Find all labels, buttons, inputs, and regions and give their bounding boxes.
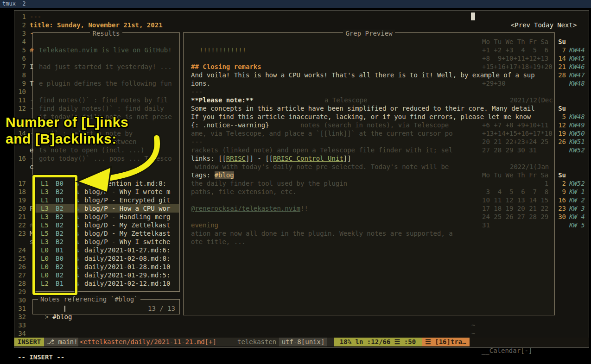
- text-span: #: [30, 46, 33, 54]
- text-line: ---: [191, 88, 203, 96]
- results-counter: 13 / 13: [148, 304, 175, 313]
- line-number: 25: [14, 254, 26, 263]
- calendar-date[interactable]: 19: [555, 129, 566, 138]
- text-span: title: Sunday, November 21st, 2021: [30, 21, 163, 29]
- prompt-window-title: Notes referencing `#blog`: [38, 295, 140, 303]
- line-number: 3: [14, 29, 26, 38]
- line-number: 4: [14, 38, 26, 46]
- calendar-statusline: __Calendar[-]: [470, 338, 589, 346]
- text-line: telekasten.nvim is live on GitHub!: [39, 46, 172, 54]
- calendar-date[interactable]: 26: [555, 138, 566, 146]
- text-line: ions.: [191, 79, 210, 88]
- text-span: the daily finder tool used by the plugin: [191, 180, 347, 187]
- calendar-sunday-header: Su: [555, 38, 566, 46]
- text-line: the daily finder tool used by the plugin: [191, 179, 347, 188]
- text-span: ions.: [191, 80, 210, 87]
- text-line: T: [30, 79, 33, 88]
- text-span: ]] - [[: [246, 155, 273, 162]
- calendar-week-label: KW51: [569, 138, 585, 146]
- text-span: e: [30, 146, 33, 154]
- line-number: 17: [14, 179, 26, 188]
- calendar-week-label: KW 2: [569, 196, 585, 204]
- text-line: ote title, ...: [191, 238, 246, 246]
- text-span: Some concepts in this article have been …: [191, 105, 535, 112]
- calendar-date[interactable]: 9: [555, 188, 566, 196]
- text-span: I: [30, 63, 33, 70]
- calendar-week-label: KW50: [569, 129, 585, 138]
- calendar-date[interactable]: 23: [555, 204, 566, 213]
- text-line: e plugin defines the following fun: [39, 79, 172, 88]
- calendar-date[interactable]: 14: [555, 54, 566, 63]
- text-line: c: [30, 163, 33, 171]
- calendar-date[interactable]: 5: [555, 113, 566, 121]
- grep-preview-window-title: Grep Preview: [343, 30, 394, 38]
- results-item-text: daily/2021-01-28.md:10: [84, 263, 170, 271]
- text-span: -: [30, 155, 33, 162]
- calendar-dim-dates: +6 +7 +8 +9+10+11: [482, 121, 548, 129]
- text-line: notes (search in notes), via Telescope: [300, 121, 449, 129]
- text-span: If you find this article inaccurate, lac…: [191, 113, 531, 120]
- calendar-date[interactable]: 16: [555, 196, 566, 204]
- text-line: **Please note:**: [191, 96, 254, 104]
- calendar-date[interactable]: 7: [555, 46, 566, 54]
- calendar-week-label: KW48: [569, 79, 585, 88]
- text-span: notes (search in notes), via Telescope: [300, 121, 449, 129]
- calendar-dim-dates: 1: [482, 179, 548, 188]
- calendar-next-button[interactable]: Next>: [557, 21, 577, 29]
- calendar-week-label: KW 5: [569, 221, 585, 229]
- results-window-title: Results: [90, 30, 122, 38]
- calendar-sunday-header: Su: [555, 171, 566, 179]
- text-span: -: [30, 96, 33, 104]
- titlebar: tmux -2: [0, 0, 591, 8]
- calendar-dim-dates: +15+16+17+18+19+20: [482, 63, 553, 71]
- text-line: If you find this article inaccurate, lac…: [191, 113, 531, 121]
- calendar-date[interactable]: 28: [555, 71, 566, 79]
- text-line: -: [30, 104, 33, 113]
- filetype-indicator: telekasten: [237, 338, 276, 346]
- text-line: ---: [191, 138, 203, 146]
- line-number: 2: [14, 21, 26, 29]
- note-link[interactable]: RRISC Control Unit: [273, 155, 343, 162]
- calendar-dim-dates: 2021/12(Dec: [510, 96, 553, 104]
- line-number: 9: [14, 79, 26, 88]
- text-line: -: [30, 154, 33, 163]
- prompt-query-text: #blog: [52, 313, 72, 320]
- results-item-text: daily/2021-01-27.md:6:: [84, 246, 170, 254]
- note-link[interactable]: RRISC: [226, 155, 246, 162]
- text-span: links: [[: [191, 155, 226, 162]
- line-number: 10: [14, 88, 26, 96]
- calendar-date[interactable]: 30: [555, 213, 566, 221]
- text-span: paths, file extension, etc.: [191, 188, 297, 195]
- calendar-date[interactable]: 2: [555, 179, 566, 188]
- line-number: 31: [14, 304, 26, 313]
- calendar-week-label: KW44: [569, 46, 585, 54]
- calendar-date[interactable]: 21: [555, 63, 566, 71]
- calendar-sunday-header: Su: [555, 104, 566, 113]
- text-span: -: [30, 105, 33, 112]
- calendar-nav: <PrevTodayNext>: [503, 13, 577, 21]
- calendar-today-button[interactable]: Today: [534, 21, 553, 29]
- text-line: -: [30, 96, 33, 104]
- text-line: ---: [30, 13, 41, 21]
- prompt-input[interactable]: >#blog: [37, 304, 72, 313]
- text-span: rackets (linked note) and open a Telesco…: [191, 146, 453, 154]
- text-span: find notes()` : find notes by fil: [39, 96, 168, 104]
- prompt-sign: >: [45, 313, 49, 320]
- text-line: ## Closing remarks: [191, 63, 261, 71]
- calendar-prev-button[interactable]: <Prev: [511, 21, 530, 29]
- line-number: 5: [14, 46, 26, 54]
- line-number: 20: [14, 204, 26, 213]
- line-number: 24: [14, 246, 26, 254]
- calendar-week-label: KW45: [569, 54, 585, 63]
- text-line: find notes()` : find notes by fil: [39, 96, 168, 104]
- calendar-date[interactable]: 12: [555, 121, 566, 129]
- text-line: a Telescope: [324, 96, 368, 104]
- text-line: ~: [471, 329, 475, 338]
- results-item-text: blog/P - Handling merg: [84, 213, 170, 221]
- encoding-indicator: utf-8[unix]: [279, 338, 327, 346]
- tab-indicator: ☰ [16]tra…: [422, 338, 470, 346]
- line-number: 8: [14, 71, 26, 79]
- calendar-dim-dates: Mo Tu We Th Fr Sa: [482, 171, 548, 179]
- text-span: ---: [191, 138, 203, 145]
- mode-message: -- INSERT --: [18, 352, 64, 362]
